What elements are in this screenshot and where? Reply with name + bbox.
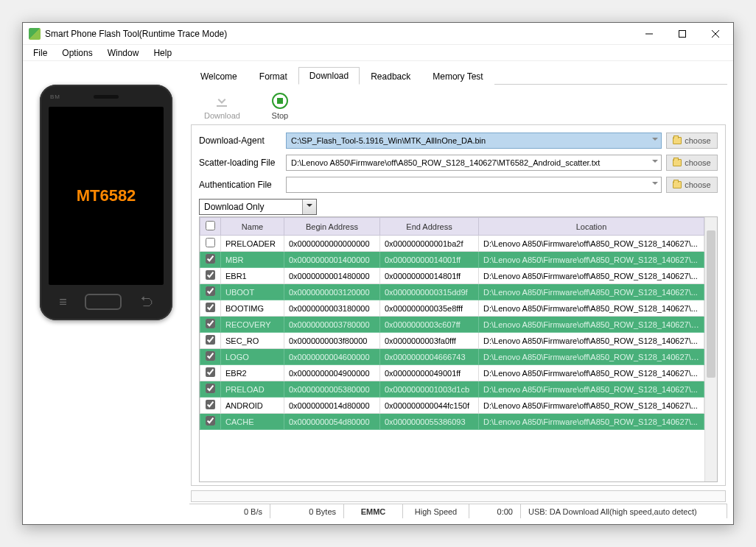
table-row[interactable]: ANDROID0x0000000014d800000x000000000044f… [200, 398, 704, 414]
tab-welcome[interactable]: Welcome [189, 68, 248, 85]
folder-icon [673, 159, 682, 166]
table-row[interactable]: PRELOADER0x00000000000000000x00000000000… [200, 236, 704, 252]
titlebar: Smart Phone Flash Tool(Runtime Trace Mod… [23, 23, 733, 45]
tab-readback[interactable]: Readback [360, 68, 421, 85]
home-key-icon [85, 294, 122, 310]
row-checkbox[interactable] [206, 286, 215, 296]
cell-name: ANDROID [221, 398, 284, 414]
row-checkbox[interactable] [206, 238, 215, 247]
da-label: Download-Agent [199, 135, 281, 146]
stop-label: Stop [272, 111, 289, 120]
menu-help[interactable]: Help [146, 46, 179, 60]
cell-location: D:\Lenovo A850\Firmware\off\A850_ROW_S12… [479, 317, 704, 333]
row-checkbox[interactable] [206, 254, 215, 264]
chip-label: MT6582 [77, 186, 136, 205]
cell-location: D:\Lenovo A850\Firmware\off\A850_ROW_S12… [479, 252, 704, 268]
cell-location: D:\Lenovo A850\Firmware\off\A850_ROW_S12… [479, 365, 704, 381]
menu-key-icon: ≡ [59, 294, 67, 310]
status-speed: 0 B/s [189, 504, 270, 518]
cell-name: EBR1 [221, 268, 284, 284]
select-all-checkbox[interactable] [206, 221, 215, 230]
maximize-button[interactable] [665, 24, 699, 44]
cell-name: EBR2 [221, 365, 284, 381]
phone-navbar: ≡ ⮌ [40, 292, 172, 311]
close-button[interactable] [699, 24, 732, 44]
cell-name: CACHE [221, 414, 284, 430]
row-checkbox[interactable] [206, 270, 215, 280]
grid-header: Name Begin Address End Address Location [200, 218, 704, 236]
toolbar: Download Stop [189, 85, 727, 124]
auth-field[interactable] [286, 177, 662, 193]
table-row[interactable]: LOGO0x00000000046000000x0000000004666743… [200, 349, 704, 365]
row-checkbox[interactable] [206, 384, 215, 393]
table-row[interactable]: SEC_RO0x0000000003f800000x0000000003fa0f… [200, 333, 704, 349]
stop-button[interactable]: Stop [270, 91, 290, 120]
cell-begin: 0x0000000001480000 [284, 268, 380, 284]
partition-grid-wrap: Name Begin Address End Address Location … [199, 216, 718, 482]
table-row[interactable]: PRELOAD0x00000000053800000x0000000001003… [200, 381, 704, 398]
cell-location: D:\Lenovo A850\Firmware\off\A850_ROW_S12… [479, 381, 704, 398]
table-row[interactable]: EBR10x00000000014800000x00000000014801ff… [200, 268, 704, 284]
da-choose-button[interactable]: choose [666, 133, 718, 149]
cell-end: 0x0000000003c607ff [380, 317, 479, 333]
minimize-button[interactable] [632, 24, 665, 44]
cell-name: PRELOAD [221, 381, 284, 398]
row-checkbox[interactable] [206, 367, 215, 377]
statusbar: 0 B/s 0 Bytes EMMC High Speed 0:00 USB: … [189, 504, 727, 518]
phone-screen: MT6582 [49, 107, 164, 285]
col-location[interactable]: Location [479, 218, 704, 236]
scatter-field[interactable]: D:\Lenovo A850\Firmware\off\A850_ROW_S12… [286, 155, 662, 171]
cell-name: UBOOT [221, 284, 284, 300]
cell-begin: 0x0000000000000000 [284, 236, 380, 252]
download-label: Download [204, 111, 240, 120]
menu-window[interactable]: Window [100, 46, 147, 60]
cell-end: 0x000000000035e8fff [380, 300, 479, 317]
cell-begin: 0x0000000005380000 [284, 381, 380, 398]
cell-name: RECOVERY [221, 317, 284, 333]
cell-begin: 0x0000000003780000 [284, 317, 380, 333]
menubar: File Options Window Help [23, 45, 733, 61]
tab-format[interactable]: Format [248, 68, 298, 85]
table-row[interactable]: UBOOT0x00000000031200000x0000000000315dd… [200, 284, 704, 300]
cell-begin: 0x0000000004600000 [284, 349, 380, 365]
auth-choose-button[interactable]: choose [666, 177, 718, 193]
table-row[interactable]: RECOVERY0x00000000037800000x0000000003c6… [200, 317, 704, 333]
phone-brand: BM [50, 93, 60, 100]
cell-end: 0x00000000014001ff [380, 252, 479, 268]
col-end[interactable]: End Address [380, 218, 479, 236]
row-checkbox[interactable] [206, 303, 215, 312]
cell-name: PRELOADER [221, 236, 284, 252]
row-checkbox[interactable] [206, 319, 215, 328]
cell-begin: 0x0000000014d80000 [284, 398, 380, 414]
partition-grid: Name Begin Address End Address Location … [200, 217, 704, 430]
cell-name: BOOTIMG [221, 300, 284, 317]
table-row[interactable]: EBR20x00000000049000000x00000000049001ff… [200, 365, 704, 381]
table-row[interactable]: CACHE0x0000000054d800000x000000005538609… [200, 414, 704, 430]
status-mode: High Speed [403, 504, 469, 518]
menu-options[interactable]: Options [55, 46, 99, 60]
cell-location: D:\Lenovo A850\Firmware\off\A850_ROW_S12… [479, 300, 704, 317]
tab-download[interactable]: Download [298, 67, 360, 85]
download-mode-combo[interactable]: Download Only [199, 199, 317, 215]
vertical-scrollbar[interactable] [704, 217, 717, 481]
cell-end: 0x00000000014801ff [380, 268, 479, 284]
download-button[interactable]: Download [204, 91, 240, 120]
row-checkbox[interactable] [206, 400, 215, 409]
cell-name: SEC_RO [221, 333, 284, 349]
cell-end: 0x0000000001003d1cb [380, 381, 479, 398]
table-row[interactable]: MBR0x00000000014000000x00000000014001ffD… [200, 252, 704, 268]
scatter-choose-button[interactable]: choose [666, 155, 718, 171]
cell-name: MBR [221, 252, 284, 268]
da-field[interactable]: C:\SP_Flash_Tool-5.1916_Win\MTK_AllInOne… [286, 133, 662, 149]
cell-begin: 0x0000000054d80000 [284, 414, 380, 430]
back-key-icon: ⮌ [140, 294, 153, 310]
menu-file[interactable]: File [26, 46, 55, 60]
table-row[interactable]: BOOTIMG0x00000000031800000x000000000035e… [200, 300, 704, 317]
status-storage: EMMC [344, 504, 403, 518]
col-begin[interactable]: Begin Address [284, 218, 380, 236]
tab-memorytest[interactable]: Memory Test [421, 68, 494, 85]
row-checkbox[interactable] [206, 335, 215, 345]
row-checkbox[interactable] [206, 351, 215, 361]
row-checkbox[interactable] [206, 416, 215, 426]
col-name[interactable]: Name [221, 218, 284, 236]
